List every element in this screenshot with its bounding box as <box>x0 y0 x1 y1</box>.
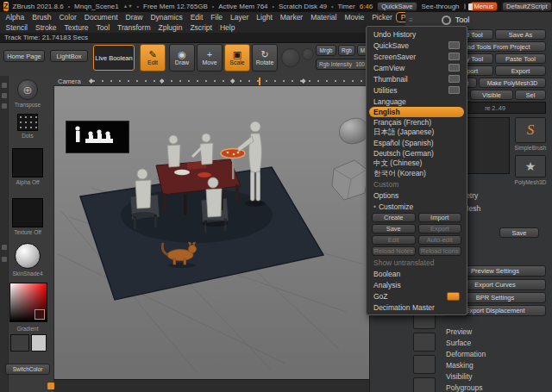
camera-track-label[interactable]: Camera <box>58 78 81 85</box>
language-option-french[interactable]: Français (French) <box>369 117 464 128</box>
simplebrush-icon[interactable]: S <box>515 117 546 143</box>
menu-item-camview[interactable]: CamView <box>369 62 464 73</box>
subpalette-surface[interactable]: Surface <box>446 339 548 347</box>
menu-zscript[interactable]: Zscript <box>186 23 216 32</box>
menu-transform[interactable]: Transform <box>114 23 154 32</box>
home-page-button[interactable]: Home Page <box>3 50 45 62</box>
timeline-cursor[interactable] <box>259 78 260 85</box>
timeline-keyframe[interactable] <box>160 78 164 83</box>
menu-picker[interactable]: Picker <box>368 13 397 22</box>
menu-item-analysis[interactable]: Analysis <box>369 279 464 290</box>
menu-item-utilities[interactable]: Utilities <box>369 84 464 96</box>
rotate-button[interactable]: ↻ Rotate <box>252 44 278 72</box>
save-as-button[interactable]: Save As <box>495 29 546 40</box>
menu-texture[interactable]: Texture <box>60 23 92 32</box>
menu-stroke[interactable]: Stroke <box>32 23 61 32</box>
language-option-english[interactable]: English <box>369 107 464 117</box>
slider-knob[interactable] <box>468 3 473 10</box>
texture-thumbnail[interactable] <box>12 198 43 227</box>
polymesh3d-icon[interactable]: ★ <box>515 155 546 177</box>
reload-notes-button[interactable]: Reload Notes <box>372 246 416 256</box>
menu-alpha[interactable]: Alpha <box>2 13 28 22</box>
mannequin-seated-back-left[interactable] <box>167 135 180 167</box>
subpalette-visibility[interactable]: Visibility <box>446 372 548 381</box>
make-polymesh3d-button[interactable]: Make PolyMesh3D <box>479 78 546 88</box>
subpalette-preview[interactable]: Preview <box>446 327 548 336</box>
palette-icon-tile[interactable] <box>413 355 436 374</box>
default-zscript-button[interactable]: DefaultZScript <box>502 2 552 11</box>
dock-icon[interactable] <box>2 257 7 262</box>
draw-button[interactable]: ◉ Draw <box>169 44 195 72</box>
export-button[interactable]: Export <box>495 65 546 76</box>
subpalette-masking[interactable]: Masking <box>446 361 548 370</box>
menu-stencil[interactable]: Stencil <box>2 23 32 32</box>
visible-button[interactable]: Visible <box>470 90 513 100</box>
mrgb-button[interactable]: Mrgb <box>316 45 336 56</box>
dock-icon[interactable] <box>2 245 7 250</box>
menu-draw[interactable]: Draw <box>122 13 147 22</box>
alpha-thumbnail[interactable] <box>12 148 43 177</box>
menu-item-undo-history[interactable]: Undo History <box>369 28 464 40</box>
stroke-type-icon[interactable] <box>17 114 38 131</box>
menu-document[interactable]: Document <box>80 13 122 22</box>
document-canvas[interactable] <box>53 86 369 379</box>
mannequin-seated-back-right[interactable] <box>192 134 213 165</box>
language-option-japanese[interactable]: 日本語 (Japanese) <box>369 128 464 138</box>
menus-toggle-button[interactable]: Menus <box>470 2 499 11</box>
reload-icons-button[interactable]: Reload Icons <box>418 246 462 256</box>
menu-item-options[interactable]: Options <box>369 190 464 201</box>
language-option-korean[interactable]: 한국어 (Korean) <box>369 169 464 179</box>
dock-icon[interactable] <box>2 83 7 88</box>
fibers-save-button[interactable]: Save <box>499 227 539 238</box>
timeline-keyframe[interactable] <box>301 78 305 83</box>
menu-marker[interactable]: Marker <box>276 13 306 22</box>
language-option-german[interactable]: Deutsch (German) <box>369 148 464 159</box>
palette-icon-tile[interactable] <box>413 333 436 352</box>
menu-item-show-untranslated[interactable]: Show untranslated <box>369 257 464 268</box>
language-option-spanish[interactable]: Español (Spanish) <box>369 138 464 148</box>
dock-icon[interactable] <box>2 93 7 98</box>
menu-movie[interactable]: Movie <box>341 13 368 22</box>
edit-button[interactable]: ✎ Edit <box>140 44 166 72</box>
color-swatch-current[interactable] <box>34 309 45 320</box>
menu-item-quicksave[interactable]: QuickSave <box>369 40 464 51</box>
dock-icon[interactable] <box>2 103 7 109</box>
lightbox-button[interactable]: LightBox <box>50 50 88 62</box>
move-button[interactable]: + Move <box>197 44 223 72</box>
rgb-intensity-slider[interactable]: Rgb Intensity 100 <box>316 59 368 70</box>
menu-item-goz[interactable]: GoZ <box>369 290 464 302</box>
secondary-color-swatch[interactable] <box>31 334 47 352</box>
switch-color-button[interactable]: SwitchColor <box>5 364 50 375</box>
save-language-button[interactable]: Save <box>372 224 416 233</box>
main-color-swatch[interactable] <box>10 334 29 352</box>
palette-collapse-icon[interactable]: ≡ <box>409 16 413 24</box>
material-thumbnail[interactable] <box>15 243 41 269</box>
menu-item-thumbnail[interactable]: Thumbnail <box>369 73 464 84</box>
scene-spinner-icon[interactable]: ▲▼ <box>123 3 133 9</box>
import-language-button[interactable]: Import <box>418 213 462 222</box>
menu-dynamics[interactable]: Dynamics <box>147 13 186 22</box>
menu-item-language[interactable]: Language <box>369 96 464 107</box>
floating-tool-previews[interactable] <box>332 118 368 200</box>
edit-language-button[interactable]: Edit <box>372 235 416 245</box>
language-option-chinese[interactable]: 中文 (Chinese) <box>369 159 464 169</box>
create-button[interactable]: Create <box>372 213 416 222</box>
export-language-button[interactable]: Export <box>418 224 462 233</box>
subpalette-polygroups[interactable]: Polygroups <box>446 383 548 392</box>
menu-item-screensaver[interactable]: ScreenSaver <box>369 51 464 62</box>
menu-light[interactable]: Light <box>253 13 276 22</box>
brush-picker-button[interactable] <box>281 48 300 67</box>
menu-help[interactable]: Help <box>216 23 238 32</box>
palette-icon-tile[interactable] <box>413 377 436 392</box>
menu-tool[interactable]: Tool <box>92 23 114 32</box>
notification-dot[interactable] <box>47 383 54 389</box>
menu-item-boolean[interactable]: Boolean <box>369 268 464 279</box>
scale-button[interactable]: ▣ Scale <box>224 44 250 72</box>
menu-file[interactable]: File <box>207 13 227 22</box>
language-option-custom[interactable]: Custom <box>369 179 464 190</box>
sel-button[interactable]: Sel <box>515 90 546 100</box>
menu-material[interactable]: Material <box>307 13 341 22</box>
tool-palette-title[interactable]: Tool <box>455 16 470 24</box>
timeline-keyframe[interactable] <box>230 78 235 83</box>
timeline-keyframe[interactable] <box>89 78 93 83</box>
